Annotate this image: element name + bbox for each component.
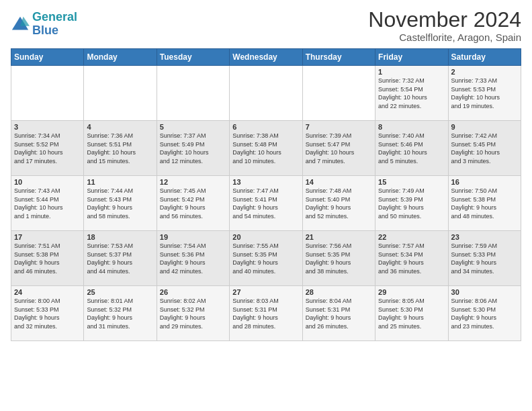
day-info: Sunrise: 7:39 AM Sunset: 5:47 PM Dayligh…	[306, 132, 372, 165]
day-info: Sunrise: 7:53 AM Sunset: 5:37 PM Dayligh…	[87, 242, 153, 275]
day-info: Sunrise: 7:33 AM Sunset: 5:53 PM Dayligh…	[451, 77, 518, 110]
calendar-cell: 27Sunrise: 8:03 AM Sunset: 5:31 PM Dayli…	[230, 286, 302, 341]
calendar-subtitle: Castelflorite, Aragon, Spain	[368, 32, 521, 43]
calendar-cell: 30Sunrise: 8:06 AM Sunset: 5:30 PM Dayli…	[448, 286, 521, 341]
day-number: 8	[378, 123, 445, 131]
day-info: Sunrise: 7:38 AM Sunset: 5:48 PM Dayligh…	[232, 132, 299, 165]
calendar-cell: 8Sunrise: 7:40 AM Sunset: 5:46 PM Daylig…	[375, 121, 448, 176]
calendar-cell: 6Sunrise: 7:38 AM Sunset: 5:48 PM Daylig…	[230, 121, 302, 176]
calendar-table: SundayMondayTuesdayWednesdayThursdayFrid…	[11, 48, 521, 341]
weekday-header-wednesday: Wednesday	[230, 49, 302, 66]
calendar-cell: 9Sunrise: 7:42 AM Sunset: 5:45 PM Daylig…	[448, 121, 521, 176]
day-info: Sunrise: 7:48 AM Sunset: 5:40 PM Dayligh…	[306, 187, 372, 220]
calendar-week-3: 10Sunrise: 7:43 AM Sunset: 5:44 PM Dayli…	[11, 176, 521, 231]
day-info: Sunrise: 7:55 AM Sunset: 5:35 PM Dayligh…	[232, 242, 299, 275]
day-number: 27	[232, 288, 299, 296]
calendar-cell: 4Sunrise: 7:36 AM Sunset: 5:51 PM Daylig…	[84, 121, 157, 176]
weekday-header-thursday: Thursday	[302, 49, 375, 66]
calendar-week-4: 17Sunrise: 7:51 AM Sunset: 5:38 PM Dayli…	[11, 231, 521, 286]
calendar-cell: 22Sunrise: 7:57 AM Sunset: 5:34 PM Dayli…	[375, 231, 448, 286]
calendar-week-5: 24Sunrise: 8:00 AM Sunset: 5:33 PM Dayli…	[11, 286, 521, 341]
day-info: Sunrise: 7:51 AM Sunset: 5:38 PM Dayligh…	[14, 242, 81, 275]
day-number: 9	[451, 123, 518, 131]
calendar-cell: 25Sunrise: 8:01 AM Sunset: 5:32 PM Dayli…	[84, 286, 157, 341]
calendar-cell: 16Sunrise: 7:50 AM Sunset: 5:38 PM Dayli…	[448, 176, 521, 231]
day-info: Sunrise: 8:02 AM Sunset: 5:32 PM Dayligh…	[160, 297, 226, 330]
day-number: 24	[14, 288, 81, 296]
calendar-cell: 2Sunrise: 7:33 AM Sunset: 5:53 PM Daylig…	[448, 66, 521, 121]
day-info: Sunrise: 7:59 AM Sunset: 5:33 PM Dayligh…	[451, 242, 518, 275]
weekday-header-row: SundayMondayTuesdayWednesdayThursdayFrid…	[11, 49, 521, 66]
calendar-body: 1Sunrise: 7:32 AM Sunset: 5:54 PM Daylig…	[11, 66, 521, 341]
day-number: 26	[160, 288, 226, 296]
day-number: 28	[306, 288, 372, 296]
day-number: 7	[306, 123, 372, 131]
calendar-cell: 7Sunrise: 7:39 AM Sunset: 5:47 PM Daylig…	[302, 121, 375, 176]
day-number: 6	[232, 123, 299, 131]
day-number: 30	[451, 288, 518, 296]
day-info: Sunrise: 7:37 AM Sunset: 5:49 PM Dayligh…	[160, 132, 226, 165]
day-number: 23	[451, 233, 518, 241]
weekday-header-friday: Friday	[375, 49, 448, 66]
day-number: 4	[87, 123, 153, 131]
calendar-cell	[230, 66, 302, 121]
day-number: 11	[87, 178, 153, 186]
day-info: Sunrise: 8:01 AM Sunset: 5:32 PM Dayligh…	[87, 297, 153, 330]
calendar-cell: 24Sunrise: 8:00 AM Sunset: 5:33 PM Dayli…	[11, 286, 84, 341]
day-number: 5	[160, 123, 226, 131]
day-info: Sunrise: 7:34 AM Sunset: 5:52 PM Dayligh…	[14, 132, 81, 165]
day-info: Sunrise: 7:57 AM Sunset: 5:34 PM Dayligh…	[378, 242, 445, 275]
calendar-cell: 15Sunrise: 7:49 AM Sunset: 5:39 PM Dayli…	[375, 176, 448, 231]
weekday-header-monday: Monday	[84, 49, 157, 66]
day-number: 1	[378, 68, 445, 76]
calendar-header: SundayMondayTuesdayWednesdayThursdayFrid…	[11, 49, 521, 66]
calendar-cell: 10Sunrise: 7:43 AM Sunset: 5:44 PM Dayli…	[11, 176, 84, 231]
day-number: 14	[306, 178, 372, 186]
day-info: Sunrise: 8:06 AM Sunset: 5:30 PM Dayligh…	[451, 297, 518, 330]
calendar-cell: 13Sunrise: 7:47 AM Sunset: 5:41 PM Dayli…	[230, 176, 302, 231]
day-number: 25	[87, 288, 153, 296]
day-info: Sunrise: 7:54 AM Sunset: 5:36 PM Dayligh…	[160, 242, 226, 275]
calendar-cell	[11, 66, 84, 121]
day-number: 15	[378, 178, 445, 186]
day-info: Sunrise: 7:44 AM Sunset: 5:43 PM Dayligh…	[87, 187, 153, 220]
calendar-cell: 5Sunrise: 7:37 AM Sunset: 5:49 PM Daylig…	[157, 121, 229, 176]
calendar-cell: 20Sunrise: 7:55 AM Sunset: 5:35 PM Dayli…	[230, 231, 302, 286]
day-info: Sunrise: 8:05 AM Sunset: 5:30 PM Dayligh…	[378, 297, 445, 330]
day-info: Sunrise: 7:42 AM Sunset: 5:45 PM Dayligh…	[451, 132, 518, 165]
calendar-title: November 2024	[368, 8, 521, 32]
calendar-cell	[84, 66, 157, 121]
day-info: Sunrise: 7:36 AM Sunset: 5:51 PM Dayligh…	[87, 132, 153, 165]
day-number: 19	[160, 233, 226, 241]
day-number: 29	[378, 288, 445, 296]
day-number: 10	[14, 178, 81, 186]
header: General Blue November 2024 Castelflorite…	[11, 8, 521, 43]
calendar-cell: 28Sunrise: 8:04 AM Sunset: 5:31 PM Dayli…	[302, 286, 375, 341]
day-number: 21	[306, 233, 372, 241]
weekday-header-sunday: Sunday	[11, 49, 84, 66]
day-number: 18	[87, 233, 153, 241]
day-info: Sunrise: 7:40 AM Sunset: 5:46 PM Dayligh…	[378, 132, 445, 165]
calendar-cell: 19Sunrise: 7:54 AM Sunset: 5:36 PM Dayli…	[157, 231, 229, 286]
calendar-week-1: 1Sunrise: 7:32 AM Sunset: 5:54 PM Daylig…	[11, 66, 521, 121]
day-info: Sunrise: 7:50 AM Sunset: 5:38 PM Dayligh…	[451, 187, 518, 220]
day-number: 3	[14, 123, 81, 131]
day-info: Sunrise: 8:04 AM Sunset: 5:31 PM Dayligh…	[306, 297, 372, 330]
calendar-cell: 1Sunrise: 7:32 AM Sunset: 5:54 PM Daylig…	[375, 66, 448, 121]
calendar-cell: 26Sunrise: 8:02 AM Sunset: 5:32 PM Dayli…	[157, 286, 229, 341]
day-number: 17	[14, 233, 81, 241]
day-number: 13	[232, 178, 299, 186]
logo-line1: General	[32, 10, 77, 24]
calendar-cell	[302, 66, 375, 121]
calendar-cell: 11Sunrise: 7:44 AM Sunset: 5:43 PM Dayli…	[84, 176, 157, 231]
calendar-cell: 18Sunrise: 7:53 AM Sunset: 5:37 PM Dayli…	[84, 231, 157, 286]
day-info: Sunrise: 8:03 AM Sunset: 5:31 PM Dayligh…	[232, 297, 299, 330]
day-number: 12	[160, 178, 226, 186]
day-info: Sunrise: 7:47 AM Sunset: 5:41 PM Dayligh…	[232, 187, 299, 220]
calendar-cell: 21Sunrise: 7:56 AM Sunset: 5:35 PM Dayli…	[302, 231, 375, 286]
weekday-header-saturday: Saturday	[448, 49, 521, 66]
calendar-cell: 3Sunrise: 7:34 AM Sunset: 5:52 PM Daylig…	[11, 121, 84, 176]
calendar-cell: 23Sunrise: 7:59 AM Sunset: 5:33 PM Dayli…	[448, 231, 521, 286]
day-number: 22	[378, 233, 445, 241]
page: General Blue November 2024 Castelflorite…	[0, 0, 532, 411]
